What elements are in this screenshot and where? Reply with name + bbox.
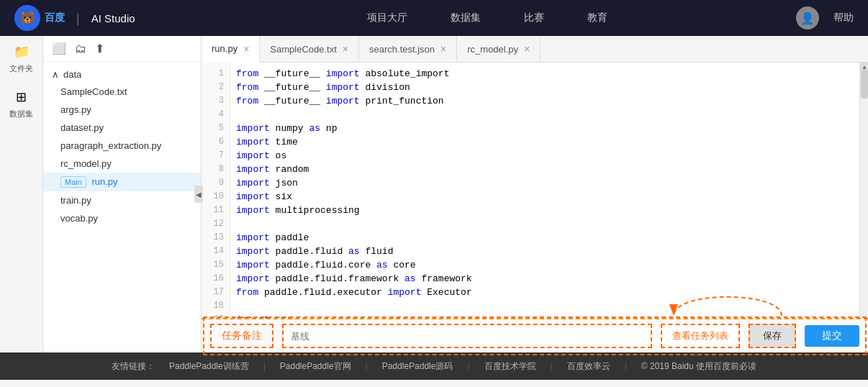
tab-label: run.py xyxy=(212,43,238,54)
nav-datasets[interactable]: 数据集 xyxy=(451,12,481,24)
line-num: 4 xyxy=(202,108,230,122)
nav-divider: | xyxy=(76,11,80,26)
close-icon[interactable]: × xyxy=(343,44,348,54)
help-link[interactable]: 帮助 xyxy=(833,12,854,24)
user-avatar[interactable]: 👤 xyxy=(796,6,819,29)
top-navigation: 🐻 百度 | AI Studio 项目大厅 数据集 比赛 教育 👤 帮助 xyxy=(0,0,868,36)
close-icon[interactable]: × xyxy=(524,44,530,54)
nav-competition[interactable]: 比赛 xyxy=(524,12,544,24)
code-line: import time xyxy=(236,135,854,149)
code-line: from __future__ import division xyxy=(236,81,854,94)
footer-separator: | xyxy=(467,361,469,371)
scrollbar-thumb[interactable] xyxy=(861,70,868,99)
line-num: 2 xyxy=(202,81,230,94)
new-folder-icon[interactable]: 🗂 xyxy=(75,42,86,55)
sidebar-datasets-label: 数据集 xyxy=(9,109,33,119)
tab-label: rc_model.py xyxy=(467,44,518,55)
line-num: 19 xyxy=(202,313,230,318)
line-num: 1 xyxy=(202,67,230,81)
task-note-label: 任务备注 xyxy=(210,324,273,348)
line-num: 10 xyxy=(202,190,230,204)
editor-tabs: run.py × SampleCode.txt × search.test.js… xyxy=(202,36,868,63)
footer-separator: | xyxy=(625,361,627,371)
line-num: 9 xyxy=(202,176,230,190)
data-folder[interactable]: ∧ data xyxy=(43,66,201,83)
line-num: 14 xyxy=(202,245,230,258)
tab-samplecode[interactable]: SampleCode.txt × xyxy=(260,36,359,62)
list-item[interactable]: paragraph_extraction.py xyxy=(43,137,201,155)
save-button[interactable]: 保存 xyxy=(749,324,796,348)
main-area: 📁 文件夹 ⊞ 数据集 ⬜ 🗂 ⬆ ∧ data SampleCode.txt … xyxy=(0,36,868,352)
list-item[interactable]: SampleCode.txt xyxy=(43,83,201,101)
code-line: import multiprocessing xyxy=(236,204,854,217)
list-item[interactable]: args.py xyxy=(43,101,201,119)
list-item[interactable]: vocab.py xyxy=(43,209,201,227)
sidebar-files-label: 文件夹 xyxy=(9,63,33,74)
list-item[interactable]: rc_model.py xyxy=(43,155,201,173)
baseline-input[interactable] xyxy=(282,324,652,348)
code-line: from __future__ import absolute_import xyxy=(236,67,854,81)
view-tasks-button[interactable]: 查看任务列表 xyxy=(661,324,740,348)
code-line: import numpy as np xyxy=(236,122,854,135)
line-numbers: 1 2 3 4 5 6 7 8 9 10 11 12 13 14 15 16 1 xyxy=(202,63,230,318)
line-num: 7 xyxy=(202,149,230,163)
footer-separator: | xyxy=(366,361,368,371)
footer: 友情链接： PaddlePaddle训练营 | PaddlePaddle官网 |… xyxy=(0,352,868,380)
footer-link-paddlecamp[interactable]: PaddlePaddle训练营 xyxy=(169,360,249,373)
code-lines: from __future__ import absolute_import f… xyxy=(230,63,859,318)
footer-link-techinstitute[interactable]: 百度技术学院 xyxy=(484,360,536,373)
submit-button[interactable]: 提交 xyxy=(805,325,859,347)
tab-label: SampleCode.txt xyxy=(270,44,337,55)
footer-link-efficiency[interactable]: 百度效率云 xyxy=(567,360,610,373)
code-line xyxy=(236,108,854,122)
sidebar-item-files[interactable]: 📁 文件夹 xyxy=(9,43,33,74)
line-num: 17 xyxy=(202,286,230,299)
file-tree-toolbar: ⬜ 🗂 ⬆ xyxy=(43,36,201,62)
upload-icon[interactable]: ⬆ xyxy=(95,42,104,55)
folder-name: data xyxy=(63,69,81,80)
tab-runpy[interactable]: run.py × xyxy=(202,36,260,63)
nav-right: 👤 帮助 xyxy=(796,6,854,29)
close-icon[interactable]: × xyxy=(243,44,249,54)
tab-label: search.test.json xyxy=(369,44,435,55)
baidu-text: 百度 xyxy=(45,12,65,24)
close-icon[interactable]: × xyxy=(440,44,446,54)
footer-link-paddlesource[interactable]: PaddlePaddle源码 xyxy=(382,360,453,373)
nav-education[interactable]: 教育 xyxy=(587,12,607,24)
code-line: import paddle.fluid.core as core xyxy=(236,258,854,272)
line-num: 13 xyxy=(202,231,230,245)
chevron-down-icon: ∧ xyxy=(52,69,59,80)
line-num: 15 xyxy=(202,258,230,272)
code-line: import six xyxy=(236,190,854,204)
grid-icon: ⊞ xyxy=(13,88,30,106)
collapse-panel-arrow[interactable]: ◀ xyxy=(194,186,203,203)
code-content: 1 2 3 4 5 6 7 8 9 10 11 12 13 14 15 16 1 xyxy=(202,63,868,318)
list-item[interactable]: dataset.py xyxy=(43,119,201,137)
code-line: from __future__ import print_function xyxy=(236,94,854,108)
tab-search-test[interactable]: search.test.json × xyxy=(359,36,457,62)
list-item[interactable]: train.py xyxy=(43,191,201,209)
footer-link-paddleofficial[interactable]: PaddlePaddle官网 xyxy=(280,360,351,373)
line-num: 6 xyxy=(202,135,230,149)
list-item-runpy[interactable]: Main run.py xyxy=(43,173,201,191)
ai-studio-label: AI Studio xyxy=(91,12,135,24)
code-editor[interactable]: 1 2 3 4 5 6 7 8 9 10 11 12 13 14 15 16 1 xyxy=(202,63,868,318)
line-num: 3 xyxy=(202,94,230,108)
code-line: import sys xyxy=(236,313,854,318)
scrollbar-vertical[interactable]: ▲ ▼ xyxy=(859,63,868,318)
sidebar-item-datasets[interactable]: ⊞ 数据集 xyxy=(9,88,33,119)
main-badge: Main xyxy=(60,176,86,188)
code-line: import random xyxy=(236,163,854,176)
nav-projects[interactable]: 项目大厅 xyxy=(367,12,407,24)
footer-separator: | xyxy=(263,361,266,371)
editor-area: ◀ run.py × SampleCode.txt × search.test.… xyxy=(202,36,868,352)
folder-icon: 📁 xyxy=(13,43,30,60)
new-file-icon[interactable]: ⬜ xyxy=(52,42,66,55)
code-line xyxy=(236,299,854,313)
bottom-panel: 任务备注 查看任务列表 保存 提交 xyxy=(202,318,868,352)
tab-rcmodel[interactable]: rc_model.py × xyxy=(457,36,541,62)
code-line: import paddle.fluid as fluid xyxy=(236,245,854,258)
footer-copyright: © 2019 Baidu 使用百度前必读 xyxy=(641,360,756,373)
file-tree-content: ∧ data SampleCode.txt args.py dataset.py… xyxy=(43,62,201,352)
code-line xyxy=(236,217,854,231)
